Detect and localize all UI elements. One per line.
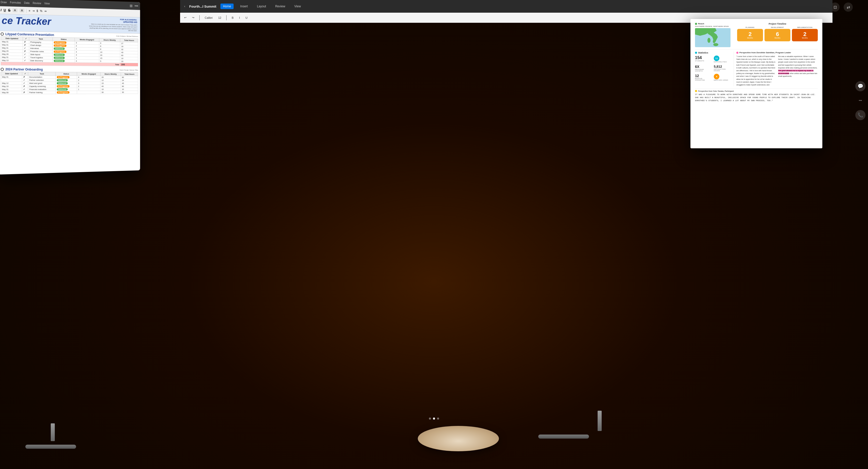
bold-button[interactable]: B xyxy=(230,16,235,20)
cell-check: ✓ xyxy=(23,53,29,56)
subtitle-block: FOR ALEJANDRA: UPDATED 6/3 Here is a moc… xyxy=(88,18,137,32)
perspective1-col1: "I come from a town in the south of Fran… xyxy=(736,55,776,86)
page-dot-3[interactable] xyxy=(437,417,439,420)
cell-hw: 20 xyxy=(99,54,120,57)
file-name: Fourth...I Summit xyxy=(189,5,216,8)
ribbon-tab-formulas[interactable]: Formulas xyxy=(10,1,21,4)
redo-button[interactable]: ↪ xyxy=(190,15,196,20)
table-row: May 31 ✓ Financial evaluation Delivered … xyxy=(1,88,138,91)
cell-task: Capacity screening xyxy=(28,85,56,88)
strikethrough-btn[interactable]: S̶ xyxy=(8,8,10,12)
font-name[interactable]: Calibri xyxy=(203,16,214,20)
highlight-btn[interactable]: A xyxy=(12,8,17,12)
col-total: Total Hours xyxy=(120,38,138,42)
section2-circle xyxy=(1,68,4,71)
options-icon[interactable]: ⊞ xyxy=(130,4,133,8)
cell-date: May 12 xyxy=(1,81,22,85)
left-screen-stand xyxy=(51,423,55,441)
main-title: ce Tracker xyxy=(2,15,51,26)
tab-insert[interactable]: Insert xyxy=(238,4,250,9)
undo-button[interactable]: ↩ xyxy=(183,15,188,20)
pagination-dots xyxy=(429,417,439,420)
underline-format-btn[interactable]: U xyxy=(4,8,6,12)
italic-button[interactable]: I xyxy=(238,16,242,20)
section2-block: 2024 Partner Onboarding Karen Farugh, Na… xyxy=(0,66,140,95)
col-status: Status xyxy=(53,37,75,41)
cell-total: 45 xyxy=(121,82,138,85)
cell-status: Delivered xyxy=(53,56,75,60)
cell-hw: 15 xyxy=(99,57,120,60)
reach-dot xyxy=(695,23,697,25)
phone-icon[interactable]: 📞 xyxy=(855,110,865,120)
format-separator xyxy=(26,9,27,13)
cell-date xyxy=(1,78,22,81)
cell-status: In Progress xyxy=(53,50,75,54)
chat-icon[interactable]: 💬 xyxy=(855,81,865,91)
color-btn[interactable]: A xyxy=(20,9,24,13)
right-screen-stand xyxy=(598,411,602,431)
more-icon[interactable]: ••• xyxy=(135,4,138,8)
phase-implementation-label: IMPLEMENTATION xyxy=(792,27,818,28)
cell-date: May 31 xyxy=(1,46,23,50)
tab-home[interactable]: Home xyxy=(220,4,234,9)
stat-months-value: 12 xyxy=(695,74,712,78)
cell-date: May 08 xyxy=(1,91,22,94)
currency-btn[interactable]: $ xyxy=(36,9,38,12)
page-dot-1[interactable] xyxy=(429,417,431,420)
svg-point-3 xyxy=(707,38,711,43)
cell-date: May 13 xyxy=(1,59,23,62)
cell-task: Presenter notes xyxy=(29,50,53,53)
s2-col-status: Status xyxy=(56,72,77,75)
map-placeholder xyxy=(695,28,731,47)
ribbon-tab-view[interactable]: View xyxy=(44,2,50,5)
perspective2-title: Perspective from Yoko Tanaka, Participan… xyxy=(698,90,734,92)
cell-weeks: 1 xyxy=(77,88,100,91)
cell-check: ✓ xyxy=(23,47,29,50)
ribbon-tab-draw[interactable]: Draw xyxy=(1,1,7,4)
cast-icon[interactable]: ⇄ xyxy=(844,3,853,12)
expand-btn[interactable]: ⇔ xyxy=(44,10,46,12)
phase-planning-unit: Months xyxy=(738,37,762,39)
phase-implementation: IMPLEMENTATION 2 Months xyxy=(792,27,818,41)
page-dot-2[interactable] xyxy=(433,417,435,420)
cell-date: May 31 xyxy=(1,75,22,79)
percent-btn[interactable]: % xyxy=(40,10,42,12)
indent-btn[interactable]: ⇥ xyxy=(32,9,34,12)
perspective1-section: Perspective from Dorothée Saintilan, Pro… xyxy=(734,52,818,86)
stats-title: Statistics xyxy=(698,52,708,54)
cell-weeks: 2 xyxy=(77,79,100,82)
stat-months: 12 MONTHS OPERATING xyxy=(695,74,712,81)
cell-weeks xyxy=(77,91,100,94)
cell-status: Delivered xyxy=(56,82,77,85)
cell-hw: 8 xyxy=(99,45,120,48)
cell-weeks: 1 xyxy=(74,57,99,60)
right-screen-base xyxy=(538,435,589,439)
section1-table: Date Updated ✓ Task Status Weeks Engaged… xyxy=(1,36,138,67)
s2-col-date: Date Updated xyxy=(1,72,22,75)
underline-button[interactable]: U xyxy=(244,16,249,20)
tab-view[interactable]: View xyxy=(292,4,303,9)
cell-date: May 31 xyxy=(1,43,23,47)
s2-col-hours-weekly: Hours Weekly xyxy=(100,72,121,76)
stat-mentors: 4 MENTORS HIRED xyxy=(714,74,731,81)
cell-status: Delivered xyxy=(56,79,77,82)
left-screen-base xyxy=(25,445,76,449)
cell-date: May 31 xyxy=(1,88,22,91)
cell-status: In Progress xyxy=(56,85,77,88)
ribbon-tab-review[interactable]: Review xyxy=(33,2,41,5)
total-value: 205 xyxy=(120,63,138,66)
cell-check: ✓ xyxy=(22,81,28,85)
col-date: Date Updated xyxy=(1,36,23,40)
font-size[interactable]: 12 xyxy=(217,16,223,20)
s2-col-weeks: Weeks Engaged xyxy=(77,72,100,76)
align-btn[interactable]: ≡ xyxy=(29,9,30,12)
stat-hours: 5,812 INSTRUCTION HOURS xyxy=(714,65,731,72)
italic-format-btn[interactable]: I xyxy=(1,8,1,12)
tab-layout[interactable]: Layout xyxy=(254,4,269,9)
tab-review[interactable]: Review xyxy=(273,4,288,9)
back-button[interactable]: ‹ xyxy=(184,5,185,8)
phase-implementation-number: 2 xyxy=(793,31,817,37)
ribbon-tab-data[interactable]: Data xyxy=(24,1,30,4)
cell-check: ✓ xyxy=(22,88,28,91)
col-weeks: Weeks Engaged xyxy=(74,38,99,41)
